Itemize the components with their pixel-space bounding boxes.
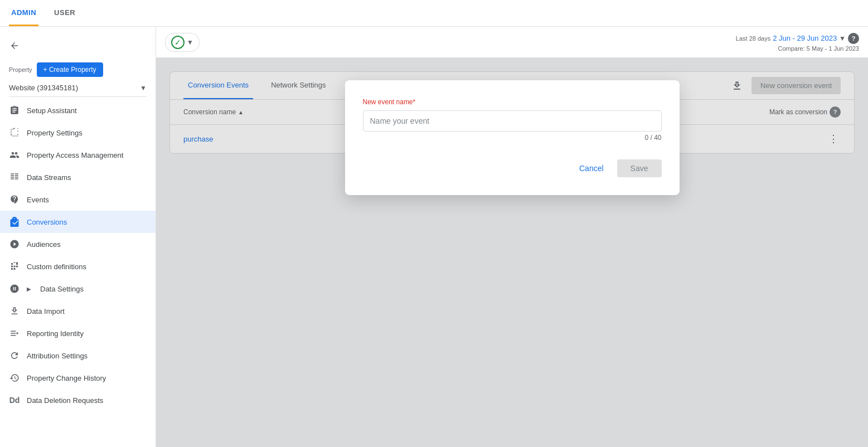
date-range-main: Last 28 days 2 Jun - 29 Jun 2023 ▼ ? [736, 33, 859, 44]
sidebar-item-label: Data Deletion Requests [27, 396, 103, 405]
settings-icon [9, 127, 20, 138]
filter-chip[interactable]: ✓ ▼ [165, 33, 200, 52]
divider [9, 96, 147, 97]
streams-icon [9, 172, 20, 183]
date-dropdown-icon: ▼ [839, 35, 846, 42]
create-property-button[interactable]: + Create Property [37, 62, 103, 77]
sidebar-item-label: Audiences [27, 240, 61, 249]
custom-icon [9, 261, 20, 272]
sidebar-item-label: Property Change History [27, 374, 106, 382]
property-header: Property + Create Property [0, 56, 156, 84]
dropdown-icon: ▼ [187, 38, 193, 46]
events-icon [9, 194, 20, 205]
sidebar-item-label: Data Streams [27, 173, 71, 182]
sidebar-item-label: Property Settings [27, 129, 83, 137]
property-select: Website (391345181) [9, 84, 138, 92]
chevron-down-icon: ▼ [140, 84, 147, 92]
sidebar-item-data-settings[interactable]: ▶ Data Settings [0, 278, 156, 300]
data-settings-icon [9, 283, 20, 294]
sidebar: Property + Create Property Website (3913… [0, 27, 156, 447]
help-icon[interactable]: ? [848, 33, 859, 44]
char-count: 0 / 40 [363, 134, 662, 142]
back-button[interactable] [4, 36, 25, 56]
modal-overlay: New event name* 0 / 40 Cancel Save [156, 58, 868, 447]
date-compare: Compare: 5 May - 1 Jun 2023 [778, 45, 859, 52]
sidebar-item-label: Attribution Settings [27, 352, 88, 360]
property-label: Property [9, 66, 32, 73]
attribution-icon [9, 350, 20, 361]
people-icon [9, 149, 20, 161]
sidebar-item-audiences[interactable]: Audiences [0, 233, 156, 255]
property-selector[interactable]: Website (391345181) ▼ [9, 84, 147, 92]
expand-icon: ▶ [27, 286, 31, 292]
sidebar-item-data-import[interactable]: Data Import [0, 300, 156, 322]
sidebar-item-setup-assistant[interactable]: Setup Assistant [0, 99, 156, 122]
top-nav: ADMIN USER [0, 0, 868, 27]
modal-field-label: New event name* [363, 98, 662, 106]
clipboard-icon [9, 105, 20, 116]
tab-admin[interactable]: ADMIN [9, 0, 38, 26]
cancel-button[interactable]: Cancel [570, 159, 613, 177]
sidebar-item-property-settings[interactable]: Property Settings [0, 122, 156, 144]
new-event-modal: New event name* 0 / 40 Cancel Save [345, 80, 680, 195]
tab-user[interactable]: USER [52, 0, 77, 26]
sidebar-item-label: Setup Assistant [27, 106, 77, 115]
filter-bar: ✓ ▼ [165, 33, 200, 52]
date-label: Last 28 days [736, 35, 770, 42]
history-icon [9, 372, 20, 383]
sidebar-item-label: Conversions [27, 218, 67, 226]
sidebar-item-data-deletion[interactable]: Dd Data Deletion Requests [0, 389, 156, 411]
sidebar-item-property-access[interactable]: Property Access Management [0, 144, 156, 166]
date-range[interactable]: Last 28 days 2 Jun - 29 Jun 2023 ▼ ? Com… [736, 33, 859, 52]
page-content: Conversion Events Network Settings New c… [156, 58, 868, 447]
modal-actions: Cancel Save [363, 159, 662, 177]
sidebar-item-reporting-identity[interactable]: Reporting Identity [0, 322, 156, 344]
sidebar-item-data-streams[interactable]: Data Streams [0, 166, 156, 188]
sidebar-item-events[interactable]: Events [0, 188, 156, 211]
sidebar-item-label: Data Import [27, 307, 65, 315]
save-button[interactable]: Save [617, 159, 662, 177]
deletion-icon: Dd [9, 395, 20, 406]
import-icon [9, 305, 20, 317]
sidebar-item-attribution-settings[interactable]: Attribution Settings [0, 344, 156, 367]
audiences-icon [9, 239, 20, 250]
conversions-icon [9, 216, 20, 227]
check-icon: ✓ [171, 36, 185, 49]
date-range-value: 2 Jun - 29 Jun 2023 [773, 34, 837, 42]
sidebar-item-conversions[interactable]: Conversions [0, 211, 156, 233]
sidebar-item-custom-definitions[interactable]: Custom definitions [0, 255, 156, 278]
sidebar-item-label: Property Access Management [27, 151, 123, 159]
sidebar-item-label: Data Settings [40, 285, 84, 293]
sidebar-item-label: Custom definitions [27, 263, 86, 271]
top-bar: ✓ ▼ Last 28 days 2 Jun - 29 Jun 2023 ▼ ?… [156, 27, 868, 58]
reporting-icon [9, 328, 20, 339]
sidebar-item-label: Reporting Identity [27, 329, 84, 338]
sidebar-item-label: Events [27, 196, 49, 204]
sidebar-item-property-change-history[interactable]: Property Change History [0, 367, 156, 389]
content-area: ✓ ▼ Last 28 days 2 Jun - 29 Jun 2023 ▼ ?… [156, 27, 868, 447]
event-name-input[interactable] [363, 110, 662, 132]
